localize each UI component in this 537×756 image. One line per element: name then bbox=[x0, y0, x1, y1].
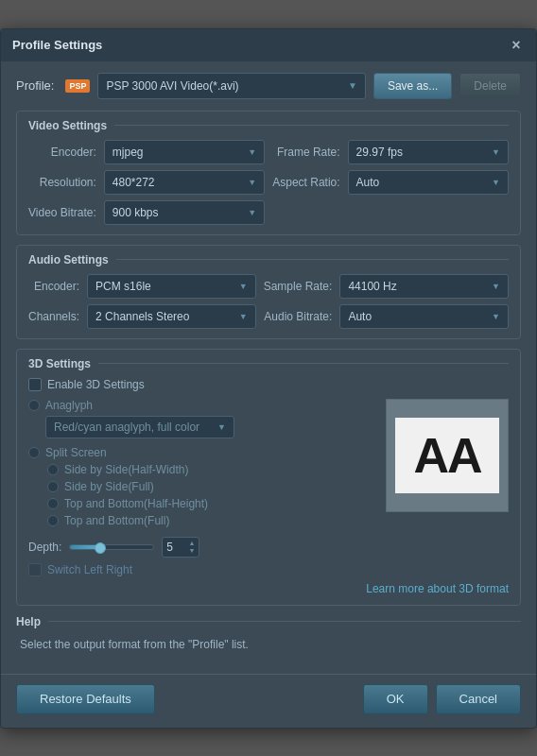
channels-arrow: ▼ bbox=[239, 312, 248, 321]
preview-box: AA bbox=[386, 399, 509, 512]
encoder-label: Encoder: bbox=[28, 146, 96, 159]
audio-bitrate-dropdown[interactable]: Auto ▼ bbox=[339, 304, 509, 329]
sample-rate-dropdown[interactable]: 44100 Hz ▼ bbox=[339, 274, 509, 299]
depth-down-arrow[interactable]: ▼ bbox=[188, 547, 195, 554]
framerate-value: 29.97 fps bbox=[356, 146, 403, 159]
sample-rate-value: 44100 Hz bbox=[348, 280, 396, 293]
depth-row: Depth: 5 ▲ ▼ bbox=[28, 537, 509, 558]
audio-section-title: Audio Settings bbox=[28, 253, 109, 266]
audio-settings-section: Audio Settings Encoder: PCM s16le ▼ Samp… bbox=[16, 245, 521, 339]
split-screen-radio[interactable] bbox=[28, 447, 40, 458]
audio-section-divider bbox=[116, 259, 509, 260]
encoder-dropdown[interactable]: mjpeg ▼ bbox=[104, 140, 265, 164]
encoder-value: mjpeg bbox=[113, 146, 144, 159]
dialog-title: Profile Settings bbox=[12, 38, 102, 52]
resolution-value: 480*272 bbox=[113, 176, 155, 189]
close-button[interactable]: × bbox=[508, 37, 525, 54]
title-bar: Profile Settings × bbox=[1, 29, 536, 61]
sample-rate-arrow: ▼ bbox=[492, 282, 500, 291]
three-d-section-divider bbox=[98, 363, 509, 364]
video-settings-section: Video Settings Encoder: mjpeg ▼ Frame Ra… bbox=[16, 111, 521, 235]
resolution-dropdown[interactable]: 480*272 ▼ bbox=[104, 170, 265, 195]
framerate-dropdown[interactable]: 29.97 fps ▼ bbox=[348, 140, 509, 164]
profile-value: PSP 3000 AVI Video(*.avi) bbox=[106, 79, 238, 93]
video-section-title: Video Settings bbox=[28, 119, 107, 132]
anaglyph-arrow: ▼ bbox=[217, 422, 226, 432]
help-section: Help Select the output format from the "… bbox=[16, 615, 521, 653]
delete-button[interactable]: Delete bbox=[459, 73, 521, 99]
depth-label: Depth: bbox=[28, 541, 61, 554]
help-title: Help bbox=[16, 615, 41, 628]
top-half-radio[interactable] bbox=[47, 498, 59, 509]
side-half-option: Side by Side(Half-Width) bbox=[47, 463, 374, 476]
audio-settings-grid: Encoder: PCM s16le ▼ Sample Rate: 44100 … bbox=[28, 274, 509, 329]
aa-preview-text: AA bbox=[395, 418, 499, 493]
side-half-radio[interactable] bbox=[47, 464, 59, 475]
channels-label: Channels: bbox=[28, 310, 79, 323]
help-text: Select the output format from the "Profi… bbox=[16, 636, 521, 653]
resolution-label: Resolution: bbox=[28, 176, 96, 189]
three-d-section-title: 3D Settings bbox=[28, 357, 91, 370]
channels-value: 2 Channels Stereo bbox=[95, 310, 189, 323]
video-bitrate-dropdown[interactable]: 900 kbps ▼ bbox=[104, 200, 265, 225]
enable-3d-checkbox[interactable] bbox=[28, 378, 42, 391]
anaglyph-radio[interactable] bbox=[28, 400, 40, 411]
encoder-arrow: ▼ bbox=[248, 147, 256, 157]
help-header: Help bbox=[16, 615, 521, 628]
split-screen-label: Split Screen bbox=[45, 446, 107, 459]
video-section-divider bbox=[114, 125, 509, 126]
aspect-ratio-dropdown[interactable]: Auto ▼ bbox=[348, 170, 509, 195]
profile-row: Profile: PSP PSP 3000 AVI Video(*.avi) ▼… bbox=[16, 73, 521, 99]
learn-more-link[interactable]: Learn more about 3D format bbox=[28, 582, 509, 595]
side-full-option: Side by Side(Full) bbox=[47, 480, 374, 493]
audio-encoder-label: Encoder: bbox=[28, 280, 79, 293]
profile-label: Profile: bbox=[16, 78, 54, 93]
top-full-option: Top and Bottom(Full) bbox=[47, 514, 374, 527]
depth-value-input[interactable]: 5 ▲ ▼ bbox=[162, 537, 199, 558]
side-full-label: Side by Side(Full) bbox=[64, 480, 154, 493]
cancel-button[interactable]: Cancel bbox=[436, 684, 521, 714]
bottom-right-buttons: OK Cancel bbox=[363, 684, 521, 714]
anaglyph-dropdown[interactable]: Red/cyan anaglyph, full color ▼ bbox=[45, 416, 234, 438]
video-bitrate-label: Video Bitrate: bbox=[28, 206, 96, 219]
bottom-bar: Restore Defaults OK Cancel bbox=[1, 674, 536, 728]
depth-slider-thumb[interactable] bbox=[95, 542, 106, 554]
split-screen-sub-options: Side by Side(Half-Width) Side by Side(Fu… bbox=[47, 463, 374, 527]
ok-button[interactable]: OK bbox=[363, 684, 428, 714]
dialog-content: Profile: PSP PSP 3000 AVI Video(*.avi) ▼… bbox=[1, 61, 536, 674]
anaglyph-option: Anaglyph bbox=[28, 399, 374, 412]
profile-settings-dialog: Profile Settings × Profile: PSP PSP 3000… bbox=[0, 28, 537, 729]
framerate-arrow: ▼ bbox=[492, 147, 500, 157]
switch-row: Switch Left Right bbox=[28, 563, 509, 576]
three-d-options: Anaglyph Red/cyan anaglyph, full color ▼… bbox=[28, 399, 374, 531]
side-full-radio[interactable] bbox=[47, 481, 59, 492]
split-screen-option: Split Screen bbox=[28, 446, 374, 459]
anaglyph-select-wrapper: Red/cyan anaglyph, full color ▼ bbox=[45, 416, 374, 438]
profile-dropdown-arrow: ▼ bbox=[348, 80, 357, 91]
side-half-label: Side by Side(Half-Width) bbox=[64, 463, 188, 476]
switch-checkbox[interactable] bbox=[28, 563, 42, 576]
three-d-section-header: 3D Settings bbox=[28, 357, 509, 370]
video-bitrate-value: 900 kbps bbox=[113, 206, 159, 219]
audio-encoder-dropdown[interactable]: PCM s16le ▼ bbox=[87, 274, 256, 299]
depth-slider[interactable] bbox=[69, 544, 154, 550]
audio-section-header: Audio Settings bbox=[28, 253, 509, 266]
top-full-radio[interactable] bbox=[47, 515, 59, 526]
audio-encoder-value: PCM s16le bbox=[95, 280, 151, 293]
video-settings-grid: Encoder: mjpeg ▼ Frame Rate: 29.97 fps ▼… bbox=[28, 140, 509, 225]
audio-bitrate-label: Audio Bitrate: bbox=[264, 310, 333, 323]
profile-dropdown[interactable]: PSP 3000 AVI Video(*.avi) ▼ bbox=[97, 73, 365, 99]
depth-up-arrow[interactable]: ▲ bbox=[188, 540, 195, 546]
save-as-button[interactable]: Save as... bbox=[373, 73, 452, 99]
restore-defaults-button[interactable]: Restore Defaults bbox=[16, 684, 155, 714]
enable-3d-label: Enable 3D Settings bbox=[47, 378, 145, 391]
resolution-arrow: ▼ bbox=[248, 178, 256, 187]
help-divider bbox=[48, 621, 521, 622]
video-section-header: Video Settings bbox=[28, 119, 509, 132]
audio-encoder-arrow: ▼ bbox=[239, 282, 248, 291]
channels-dropdown[interactable]: 2 Channels Stereo ▼ bbox=[87, 304, 256, 329]
aspect-ratio-value: Auto bbox=[356, 176, 380, 189]
top-full-label: Top and Bottom(Full) bbox=[64, 514, 169, 527]
framerate-label: Frame Rate: bbox=[272, 146, 339, 159]
depth-value-text: 5 bbox=[166, 541, 173, 554]
